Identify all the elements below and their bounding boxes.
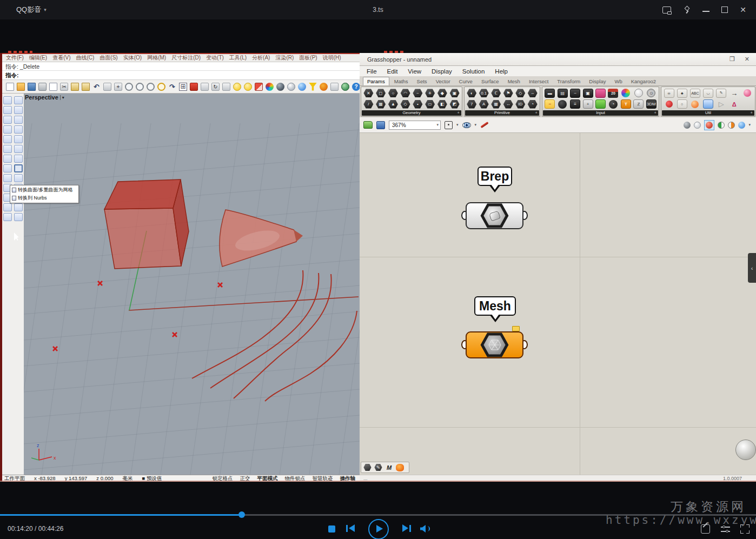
gh-tab[interactable]: Kangaroo2 — [627, 77, 660, 85]
previous-button[interactable] — [346, 524, 357, 533]
mini-mode-icon[interactable] — [662, 6, 671, 14]
gh-maximize-button[interactable]: ❒ — [730, 56, 735, 63]
rotate-view-icon[interactable]: ↻ — [211, 83, 220, 91]
cherry-picker-icon[interactable] — [666, 101, 673, 108]
preview-gem-selected[interactable] — [704, 120, 714, 130]
stop-button[interactable] — [328, 525, 335, 533]
param-rectangle-icon[interactable]: ▭ — [425, 99, 435, 109]
gh-tab[interactable]: Curve — [455, 77, 476, 85]
new-file-icon[interactable] — [6, 83, 14, 91]
param-surface-icon[interactable]: ◧ — [437, 99, 447, 109]
gh-tab[interactable]: Transform — [553, 77, 584, 85]
preview-gem-orange-icon[interactable] — [728, 122, 735, 129]
param-geometry-icon[interactable]: ✕ — [363, 89, 374, 98]
gh-tab[interactable]: Surface — [478, 77, 503, 85]
param-twisted-box-icon[interactable]: ◩ — [449, 99, 460, 109]
gh-tab[interactable]: Intersect — [525, 77, 552, 85]
param-line-icon[interactable]: / — [363, 99, 374, 109]
convert-to-mesh-icon[interactable] — [14, 164, 23, 172]
panel-collapse-tab[interactable]: ‹ — [748, 253, 756, 283]
lasso-select-icon[interactable] — [14, 96, 23, 104]
mesh-warning-tag[interactable] — [512, 326, 520, 331]
arc-tool-icon[interactable] — [3, 125, 12, 134]
gh-tab[interactable]: Wb — [611, 77, 626, 85]
rhino-menu-item[interactable]: 说明(H) — [323, 54, 341, 62]
data-tree-icon[interactable]: ♣ — [677, 89, 687, 98]
volume-button[interactable] — [420, 525, 431, 533]
cluster-icon[interactable] — [691, 101, 699, 108]
param-guid-icon[interactable]: ID — [515, 99, 526, 109]
open-file-icon[interactable] — [17, 83, 25, 91]
group-expand-icon[interactable]: + — [654, 110, 656, 116]
param-mesh-icon[interactable]: ▦ — [376, 99, 386, 109]
data-relay-icon[interactable]: → — [729, 89, 739, 98]
cplane-icon[interactable] — [222, 83, 230, 91]
pencil-icon[interactable]: ✎ — [716, 89, 726, 98]
rhino-menu-item[interactable]: 变动(T) — [206, 54, 224, 62]
data-dam-icon[interactable]: ◡ — [703, 89, 713, 98]
param-circle-icon[interactable]: ○ — [388, 89, 398, 98]
gh-menu-item[interactable]: Display — [432, 68, 452, 75]
rhino-menu-item[interactable]: 查看(V) — [52, 54, 70, 62]
control-point-curve-icon[interactable] — [14, 106, 23, 114]
scribble-icon[interactable]: ABC — [690, 89, 700, 98]
preview-eye-icon[interactable] — [462, 122, 471, 128]
point-tool-icon[interactable] — [3, 106, 12, 114]
value-list-icon[interactable]: ≡ — [570, 99, 580, 109]
rhino-menu-item[interactable]: 网格(M) — [147, 54, 166, 62]
import-3dm-icon[interactable]: 3DM — [646, 99, 656, 109]
bezier-graph-icon[interactable]: Z — [633, 99, 644, 109]
canvas-compass-widget[interactable] — [735, 440, 756, 460]
ellipse-tool-icon[interactable] — [14, 116, 23, 124]
rhino-menu-item[interactable]: 文件(F) — [6, 54, 24, 62]
param-plane-icon[interactable]: ◇ — [400, 99, 410, 109]
param-culture-icon[interactable]: ⚑ — [503, 89, 513, 98]
video-frame[interactable]: 文件(F)编辑(E)查看(V)曲线(C)曲面(S)实体(O)网格(M)尺寸标注(… — [0, 53, 756, 482]
param-text-icon[interactable]: A — [479, 99, 489, 109]
chevron-down-icon[interactable]: ▾ — [475, 123, 477, 127]
analyze-tool-icon[interactable] — [14, 213, 23, 221]
chevron-down-icon[interactable]: ▾ — [436, 123, 440, 127]
sphere-blue-icon[interactable] — [298, 83, 306, 91]
param-mesh-face-icon[interactable]: ▲ — [388, 99, 398, 109]
lasso-icon[interactable]: ○ — [677, 99, 687, 109]
image-sampler-icon[interactable] — [595, 89, 606, 98]
four-view-icon[interactable]: ⊞ — [179, 83, 187, 91]
move-icon[interactable]: + — [114, 83, 122, 91]
layer-red-icon[interactable] — [190, 83, 198, 91]
param-time-icon[interactable]: ◔ — [527, 99, 538, 109]
print-icon[interactable] — [38, 83, 47, 91]
solver-icon[interactable] — [363, 464, 372, 471]
freeform-curve-icon[interactable] — [14, 135, 23, 143]
help-icon[interactable]: ? — [352, 83, 360, 91]
boolean-tool-icon[interactable] — [14, 174, 23, 182]
boolean-toggle-icon[interactable]: ▣ — [583, 89, 593, 98]
remote-control-icon[interactable]: ∞ — [664, 89, 674, 98]
markup-tool-icon[interactable]: M — [385, 464, 393, 471]
paint-tool-icon[interactable] — [396, 464, 404, 471]
earth-icon[interactable] — [341, 83, 349, 91]
zoom-dynamic-icon[interactable] — [147, 83, 155, 91]
array-tool-icon[interactable] — [14, 203, 23, 211]
gh-close-button[interactable]: ✕ — [745, 56, 750, 63]
number-slider-icon[interactable]: ▬ — [545, 89, 555, 98]
gh-tab[interactable]: Params — [363, 77, 389, 85]
param-curve-icon[interactable]: ~ — [413, 89, 423, 98]
rhino-menu-item[interactable]: 曲线(C) — [76, 54, 94, 62]
open-document-icon[interactable] — [363, 121, 373, 129]
undo-view-icon[interactable]: ↷ — [168, 83, 176, 91]
group-expand-icon[interactable]: + — [751, 110, 753, 116]
select-tool-icon[interactable] — [3, 96, 12, 104]
pan-view-icon[interactable] — [201, 83, 209, 91]
gh-menu-item[interactable]: File — [367, 68, 377, 75]
jump-icon[interactable]: ▷ — [716, 99, 726, 109]
pan-icon[interactable] — [103, 83, 111, 91]
param-arc-icon[interactable]: ◠ — [400, 89, 410, 98]
param-group-icon[interactable]: ▣ — [449, 89, 460, 98]
lamp-icon[interactable] — [233, 83, 241, 91]
zoom-window-icon[interactable] — [136, 83, 144, 91]
surface-from-points-icon[interactable] — [3, 145, 12, 153]
sphere-light-icon[interactable] — [287, 83, 295, 91]
colour-wheel-icon[interactable] — [621, 89, 630, 97]
rhino-menu-item[interactable]: 渲染(R) — [275, 54, 294, 62]
